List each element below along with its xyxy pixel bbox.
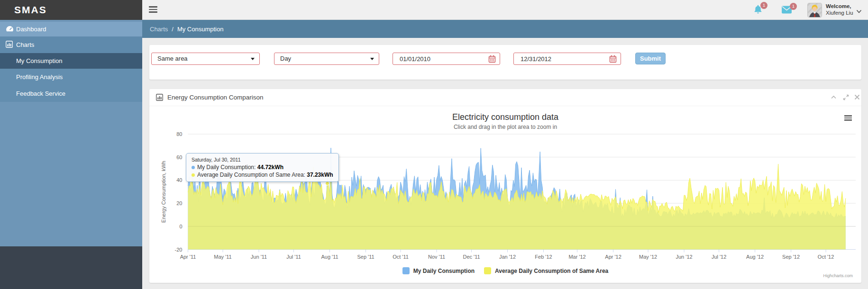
- svg-text:Jun '12: Jun '12: [676, 254, 693, 260]
- calendar-icon[interactable]: [488, 55, 496, 67]
- tooltip-date: Saturday, Jul 30, 2011: [192, 157, 333, 163]
- sidebar-toggle-icon[interactable]: [149, 6, 158, 14]
- chart-canvas[interactable]: -20020406080Apr '11May '11Jun '11Jul '11…: [149, 106, 861, 283]
- legend-swatch: [484, 267, 491, 274]
- svg-text:Dec '11: Dec '11: [463, 254, 480, 260]
- date-from-input[interactable]: [399, 53, 481, 64]
- notifications-badge: 1: [760, 2, 767, 9]
- svg-text:0: 0: [179, 224, 182, 229]
- select-arrow-icon: [251, 58, 255, 60]
- user-menu[interactable]: Welcome, Xiufeng Liu: [826, 3, 853, 16]
- svg-text:Nov '11: Nov '11: [428, 254, 445, 260]
- sidebar-item-label: Dashboard: [16, 26, 46, 33]
- sidebar-item-dashboard[interactable]: Dashboard: [0, 22, 142, 36]
- svg-text:Mar '12: Mar '12: [568, 254, 585, 260]
- legend-swatch: [402, 267, 410, 274]
- user-avatar[interactable]: [807, 3, 822, 18]
- resolution-select[interactable]: Day: [274, 53, 379, 65]
- date-from-field: [393, 53, 500, 65]
- svg-text:May '11: May '11: [214, 254, 231, 260]
- svg-text:Apr '12: Apr '12: [605, 254, 621, 260]
- calendar-icon[interactable]: [609, 55, 617, 67]
- app-logo-text: SMAS: [14, 4, 47, 15]
- sidebar-item-label: My Consumption: [16, 57, 63, 64]
- area-select-value: Same area: [157, 55, 188, 62]
- submit-button[interactable]: Submit: [635, 53, 666, 64]
- select-arrow-icon: [370, 58, 374, 60]
- chart-context-menu-button[interactable]: [843, 114, 854, 122]
- app-logo: SMAS: [0, 0, 142, 20]
- gauge-icon: [6, 25, 14, 33]
- chart-area: -20020406080Apr '11May '11Jun '11Jul '11…: [149, 106, 861, 283]
- sidebar: Dashboard Charts My Consumption Profilin…: [0, 20, 142, 246]
- chart-subtitle: Click and drag in the plot area to zoom …: [149, 124, 861, 130]
- sidebar-item-feedback-service[interactable]: Feedback Service: [0, 85, 142, 102]
- date-to-input[interactable]: [520, 53, 602, 64]
- notifications-button[interactable]: 1: [753, 4, 765, 17]
- breadcrumb: Charts / My Consumption: [142, 20, 868, 38]
- avatar-person-icon: [808, 3, 822, 17]
- page: { "app": {"name": "SMAS"}, "topbar": { "…: [0, 0, 868, 289]
- area-select[interactable]: Same area: [151, 53, 260, 65]
- filter-panel: Same area Day Submit: [149, 45, 861, 80]
- sidebar-item-label: Charts: [16, 41, 34, 48]
- chart-panel: Energy Consumption Comparison -200204060…: [149, 89, 861, 283]
- panel-title: Energy Consumption Comparison: [167, 94, 264, 101]
- messages-badge: 1: [790, 3, 797, 10]
- resolution-select-value: Day: [280, 55, 291, 62]
- sidebar-item-my-consumption[interactable]: My Consumption: [0, 53, 142, 69]
- chevron-down-icon: [856, 7, 862, 16]
- top-bar: SMAS 1 1 Welcome, Xiufeng Liu: [0, 0, 868, 20]
- breadcrumb-current: My Consumption: [177, 26, 224, 33]
- close-panel-icon[interactable]: [854, 94, 860, 100]
- svg-text:Oct '12: Oct '12: [818, 254, 834, 260]
- chart-panel-header: Energy Consumption Comparison: [149, 89, 861, 106]
- date-to-field: [513, 53, 621, 65]
- breadcrumb-link-charts[interactable]: Charts: [150, 26, 168, 33]
- series-dot-icon: [192, 173, 195, 177]
- svg-text:Jun '11: Jun '11: [251, 254, 267, 260]
- chart-legend: My Daily Consumption Average Daily Consu…: [149, 267, 861, 274]
- svg-text:40: 40: [176, 177, 182, 183]
- bar-chart-icon: [156, 94, 163, 101]
- series-dot-icon: [192, 166, 195, 169]
- svg-text:Aug '12: Aug '12: [746, 254, 764, 260]
- breadcrumb-separator: /: [172, 26, 174, 33]
- svg-text:-20: -20: [175, 247, 183, 253]
- svg-text:Apr '11: Apr '11: [180, 254, 196, 260]
- y-axis-title: Energy Consumption, kWh: [161, 161, 166, 223]
- welcome-text: Welcome,: [826, 3, 853, 9]
- legend-item-average-daily-consumption[interactable]: Average Daily Consumption of Same Area: [484, 267, 608, 274]
- collapse-panel-icon[interactable]: [831, 94, 837, 99]
- sidebar-item-label: Feedback Service: [16, 90, 65, 97]
- svg-text:May '12: May '12: [639, 254, 657, 260]
- expand-panel-icon[interactable]: [843, 94, 849, 100]
- svg-text:Jul '11: Jul '11: [286, 254, 301, 260]
- svg-text:Sep '12: Sep '12: [782, 254, 800, 260]
- sidebar-item-profiling-analysis[interactable]: Profiling Analysis: [0, 69, 142, 85]
- messages-button[interactable]: 1: [781, 5, 794, 18]
- svg-text:Oct '11: Oct '11: [393, 254, 409, 260]
- svg-text:Sep '11: Sep '11: [357, 254, 374, 260]
- bar-chart-icon: [6, 41, 13, 49]
- svg-text:Jul '12: Jul '12: [712, 254, 726, 260]
- chart-tooltip: Saturday, Jul 30, 2011 My Daily Consumpt…: [186, 153, 339, 182]
- svg-text:20: 20: [176, 200, 182, 206]
- user-name: Xiufeng Liu: [826, 9, 853, 16]
- svg-text:80: 80: [176, 131, 182, 137]
- chart-title: Electricity consumption data: [149, 112, 861, 122]
- svg-text:Jan '12: Jan '12: [499, 254, 516, 260]
- legend-item-my-daily-consumption[interactable]: My Daily Consumption: [402, 267, 475, 274]
- svg-text:60: 60: [176, 154, 182, 160]
- highcharts-credits-link[interactable]: Highcharts.com: [823, 273, 853, 278]
- sidebar-item-charts[interactable]: Charts: [0, 36, 142, 53]
- bell-icon: [753, 8, 763, 16]
- tooltip-row: Average Daily Consumption of Same Area: …: [192, 172, 333, 178]
- svg-text:Feb '12: Feb '12: [535, 254, 552, 260]
- tooltip-row: My Daily Consumption: 44.72kWh: [192, 164, 333, 171]
- sidebar-item-label: Profiling Analysis: [16, 73, 63, 81]
- svg-text:Aug '11: Aug '11: [321, 254, 338, 260]
- sidebar-footer-area: [0, 246, 142, 289]
